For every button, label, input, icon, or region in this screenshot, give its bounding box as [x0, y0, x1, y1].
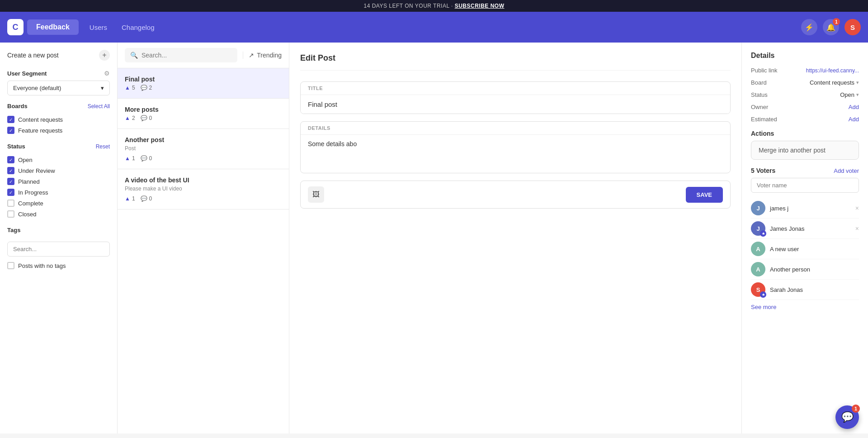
upvote-icon-3: ▲ [125, 195, 130, 202]
voter-avatar-3: A [751, 262, 765, 276]
status-checkbox-inprogress[interactable]: ✓ [7, 189, 14, 196]
chat-badge: 1 [852, 405, 860, 413]
post-title-2: Another post [125, 136, 282, 143]
status-value-row[interactable]: Open ▾ [840, 91, 859, 98]
comment-count-2: 💬 0 [141, 155, 152, 162]
comments-0: 2 [149, 85, 152, 91]
voter-avatar-4: S ★ [751, 282, 765, 297]
status-label: Status [7, 143, 25, 150]
status-label-closed: Closed [18, 211, 36, 218]
chevron-down-icon: ▾ [101, 85, 104, 91]
save-button[interactable]: SAVE [686, 187, 723, 203]
board-checkbox-feature[interactable]: ✓ [7, 127, 14, 134]
trending-button[interactable]: ↗ Trending [243, 52, 282, 59]
voters-count-label: 5 Voters [751, 167, 775, 174]
select-all-button[interactable]: Select All [88, 103, 110, 110]
title-field-input[interactable] [301, 95, 730, 114]
search-icon: 🔍 [130, 52, 138, 59]
notification-badge: 1 [833, 18, 840, 25]
upvote-icon-0: ▲ [125, 85, 130, 91]
voter-remove-1[interactable]: × [855, 225, 859, 232]
upvote-icon-2: ▲ [125, 155, 130, 162]
status-checkbox-closed[interactable] [7, 210, 14, 218]
voter-remove-0[interactable]: × [855, 205, 859, 212]
status-item-underreview[interactable]: ✓ Under Review [7, 165, 110, 176]
add-voter-button[interactable]: Add voter [834, 167, 859, 174]
status-item-planned[interactable]: ✓ Planned [7, 176, 110, 187]
status-checkbox-open[interactable]: ✓ [7, 156, 14, 163]
no-tags-checkbox[interactable] [7, 262, 14, 269]
nav-users[interactable]: Users [82, 20, 114, 35]
details-field-textarea[interactable]: Some details abo [301, 135, 730, 171]
nav-feedback[interactable]: Feedback [27, 19, 79, 35]
post-item-3[interactable]: A video of the best UI Please make a UI … [118, 169, 289, 209]
gear-icon[interactable]: ⚙ [104, 70, 110, 77]
status-checkbox-underreview[interactable]: ✓ [7, 167, 14, 174]
title-field-label: TITLE [301, 82, 730, 95]
status-key-label: Status [751, 91, 768, 98]
details-heading: Details [751, 52, 859, 60]
post-search-input[interactable] [142, 52, 232, 59]
no-tags-row[interactable]: Posts with no tags [7, 260, 110, 271]
board-value-row[interactable]: Content requests ▾ [810, 79, 859, 86]
status-label-complete: Complete [18, 200, 43, 207]
create-post-button[interactable]: + [99, 50, 110, 61]
image-upload-button[interactable]: 🖼 [308, 186, 324, 203]
status-reset-button[interactable]: Reset [96, 143, 110, 150]
post-item-0[interactable]: Final post ▲ 5 💬 2 [118, 68, 289, 99]
public-link-label: Public link [751, 67, 778, 74]
estimated-row: Estimated Add [751, 116, 859, 123]
post-item-2[interactable]: Another post Post ▲ 1 💬 0 [118, 129, 289, 169]
status-item-inprogress[interactable]: ✓ In Progress [7, 187, 110, 198]
merge-button[interactable]: Merge into another post [751, 141, 859, 160]
trending-icon: ↗ [249, 52, 254, 59]
notification-btn[interactable]: 🔔 1 [823, 19, 839, 35]
public-link-value[interactable]: https://ui-feed.canny... [806, 67, 859, 74]
status-label-underreview: Under Review [18, 167, 55, 174]
status-checkbox-planned[interactable]: ✓ [7, 178, 14, 185]
voter-name-input[interactable] [751, 178, 859, 193]
owner-label: Owner [751, 104, 768, 110]
voter-name-2: A new user [770, 246, 859, 252]
user-segment-dropdown[interactable]: Everyone (default) ▾ [7, 81, 110, 95]
board-chevron-icon: ▾ [856, 80, 859, 86]
edit-post-footer: 🖼 SAVE [300, 181, 731, 209]
board-label-feature: Feature requests [18, 127, 62, 134]
admin-badge-1: ★ [760, 230, 766, 237]
status-label-inprogress: In Progress [18, 189, 48, 196]
voter-item-3: A Another person [751, 259, 859, 280]
status-checkbox-complete[interactable] [7, 200, 14, 207]
no-tags-label: Posts with no tags [18, 262, 66, 269]
subscribe-link[interactable]: SUBSCRIBE NOW [455, 3, 505, 9]
board-item-content[interactable]: ✓ Content requests [7, 114, 110, 125]
public-link-row: Public link https://ui-feed.canny... [751, 67, 859, 74]
lightning-icon-btn[interactable]: ⚡ [801, 19, 817, 35]
tags-label: Tags [7, 227, 20, 233]
chat-bubble-button[interactable]: 💬 1 [835, 405, 859, 429]
see-more-button[interactable]: See more [751, 304, 859, 310]
user-avatar[interactable]: S [844, 19, 861, 35]
trial-banner: 14 DAYS LEFT ON YOUR TRIAL · SUBSCRIBE N… [0, 0, 868, 12]
tags-search-input[interactable] [7, 242, 110, 257]
status-item-open[interactable]: ✓ Open [7, 154, 110, 165]
board-item-feature[interactable]: ✓ Feature requests [7, 125, 110, 136]
post-subtitle-3: Please make a UI video [125, 186, 282, 192]
voter-initial-1: J [756, 225, 760, 232]
user-segment-label: User Segment [7, 70, 47, 77]
post-item-1[interactable]: More posts ▲ 2 💬 0 [118, 99, 289, 129]
comment-count-0: 💬 2 [141, 85, 152, 91]
vote-count-1: ▲ 2 [125, 115, 135, 121]
comments-1: 0 [149, 115, 152, 121]
nav-changelog[interactable]: Changelog [114, 20, 162, 35]
comment-count-3: 💬 0 [141, 195, 152, 202]
boards-section-header: Boards Select All [7, 103, 110, 110]
estimated-add-button[interactable]: Add [849, 116, 859, 123]
status-item-closed[interactable]: Closed [7, 209, 110, 219]
owner-add-button[interactable]: Add [849, 104, 859, 110]
status-chevron-icon: ▾ [856, 92, 859, 98]
voter-initial-4: S [756, 286, 760, 293]
status-item-complete[interactable]: Complete [7, 198, 110, 209]
board-checkbox-content[interactable]: ✓ [7, 116, 14, 123]
comments-3: 0 [149, 195, 152, 202]
create-post-row: Create a new post + [7, 50, 110, 61]
